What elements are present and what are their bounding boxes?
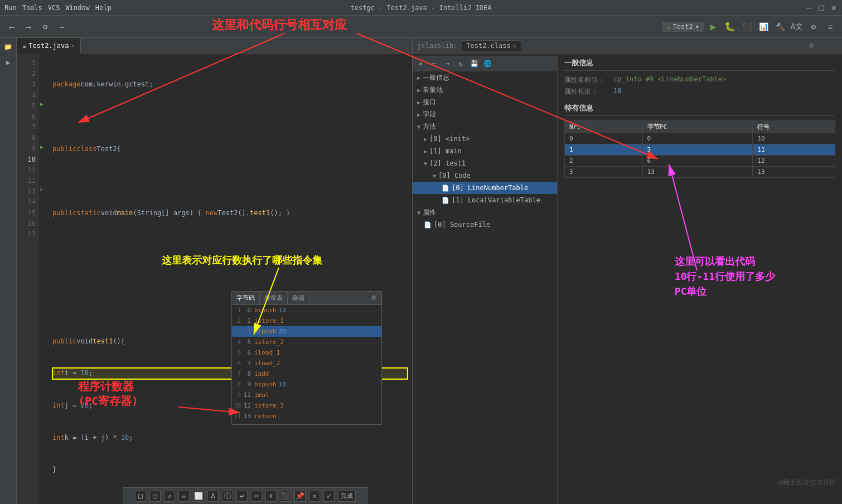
tool-close[interactable]: ✕ — [309, 491, 320, 502]
tab-exceptions[interactable]: 异常表 — [260, 292, 288, 305]
run-configuration[interactable]: ☕ Test2 ▾ — [662, 22, 704, 32]
tool-pin[interactable]: 📌 — [294, 491, 306, 502]
toolbar-profile[interactable]: 📊 — [756, 20, 771, 34]
menu-run[interactable]: Run — [4, 4, 17, 12]
tree-general[interactable]: ▶ 一般信息 — [413, 71, 557, 84]
tool-scissors[interactable]: ✂ — [251, 491, 262, 502]
tree-init[interactable]: ▶ [0] <init> — [413, 133, 557, 145]
tree-lnt-label: [0] LineNumberTable — [452, 184, 528, 192]
tab-bytecode[interactable]: 字节码 — [232, 292, 260, 305]
toolbar-more[interactable]: ≡ — [823, 20, 838, 34]
tree-methods-label: 方法 — [423, 122, 436, 132]
bc-off: 3 — [243, 327, 254, 337]
tree-attributes[interactable]: ▼ 属性 — [413, 206, 557, 219]
jclasslib-collapse[interactable]: — — [823, 38, 838, 53]
jclasslib-settings[interactable]: ⚙ — [804, 38, 819, 53]
tab-close-button[interactable]: ✕ — [71, 42, 74, 49]
ln-17: 17 — [17, 229, 39, 240]
bc-row-7: 7 8 iadd — [232, 369, 381, 379]
jclasslib-tab-close[interactable]: ✕ — [513, 43, 516, 49]
table-row[interactable]: 3 13 13 — [565, 167, 835, 178]
tool-circle[interactable]: ○ — [149, 491, 161, 502]
close-button[interactable]: ✕ — [830, 4, 838, 12]
toolbar-build[interactable]: 🔨 — [773, 20, 787, 34]
jclasslib-tab-test2[interactable]: Test2.class ✕ — [462, 40, 521, 51]
run-button[interactable]: ▶ — [706, 20, 720, 34]
window-title: testgc - Test2.java - IntelliJ IDEA — [351, 4, 492, 12]
tree-main[interactable]: ▶ [1] main — [413, 145, 557, 157]
tree-sourcefile[interactable]: 📄 [0] SourceFile — [413, 219, 557, 231]
tree-fields-label: 字段 — [423, 110, 436, 119]
tool-download[interactable]: ⬇ — [265, 491, 277, 502]
tree-fields[interactable]: ▶ 字段 — [413, 108, 557, 120]
editor-tab-test2[interactable]: ☕ Test2.java ✕ — [17, 38, 81, 54]
sidebar-run[interactable]: ▶ — [2, 56, 15, 69]
tree-test1[interactable]: ▼ [2] test1 — [413, 157, 557, 169]
bc-close[interactable]: 杂 — [367, 292, 381, 305]
menu-tools[interactable]: Tools — [22, 4, 42, 12]
run-config-dropdown[interactable]: ▾ — [695, 23, 699, 31]
tree-constant-pool[interactable]: ▶ 常量池 — [413, 84, 557, 96]
tool-arrow[interactable]: ↗ — [164, 491, 175, 502]
tree-cp-label: 常量池 — [423, 85, 443, 95]
tree-prev[interactable]: ← — [428, 58, 439, 69]
arrow-icon: ▼ — [433, 173, 436, 179]
jclasslib-tree: ✕ ← → ↻ 💾 🌐 ▶ 一般信息 ▶ 常量池 ▶ 接口 — [413, 54, 558, 504]
th-line: 行号 — [753, 121, 835, 133]
table-row[interactable]: 0 0 10 — [565, 133, 835, 144]
table-row-selected[interactable]: 1 3 11 — [565, 144, 835, 156]
toolbar-collapse[interactable]: — — [55, 20, 69, 34]
menu-window[interactable]: Window — [66, 4, 90, 12]
sidebar-project[interactable]: 📁 — [2, 40, 15, 54]
window-controls[interactable]: — □ ✕ — [805, 4, 838, 12]
toolbar-settings[interactable]: ⚙ — [38, 20, 52, 34]
tool-save[interactable]: ⬛ — [280, 491, 291, 502]
tool-done[interactable]: 完成 — [338, 491, 356, 502]
code-editor: 1 2 3 4 5 6 7 8 9 10 11 12 13 14 15 16 1… — [17, 54, 412, 504]
translate-icon[interactable]: A文 — [790, 20, 804, 34]
file-icon: 📄 — [442, 185, 449, 192]
tool-check[interactable]: ✓ — [323, 491, 335, 502]
td-line: 13 — [753, 167, 835, 178]
tool-select[interactable]: ⬜ — [193, 491, 204, 502]
code-content[interactable]: package com.kerwin.gctest; public class … — [48, 54, 412, 504]
table-row[interactable]: 2 6 12 — [565, 156, 835, 167]
tree-code[interactable]: ▼ [0] Code — [413, 169, 557, 182]
toolbar-forward[interactable]: ⟶ — [21, 20, 36, 34]
tool-text[interactable]: A — [207, 491, 219, 502]
tool-rect[interactable]: □ — [135, 491, 146, 502]
tree-general-label: 一般信息 — [423, 73, 449, 83]
detail-attr-name-value[interactable]: cp_info #9 <LineNumberTable> — [613, 75, 726, 85]
tool-pen[interactable]: ✏ — [178, 491, 190, 502]
minimize-button[interactable]: — — [805, 4, 813, 12]
bc-ln: 7 — [232, 370, 243, 379]
tree-back[interactable]: ✕ — [415, 58, 426, 69]
tree-line-number-table[interactable]: 📄 [0] LineNumberTable — [413, 182, 557, 194]
detail-table: Nr. 字节PC 行号 0 0 10 — [564, 120, 835, 178]
tree-attr-label: 属性 — [423, 208, 436, 217]
debug-button[interactable]: 🐛 — [723, 20, 737, 34]
arrow-icon: ▶ — [424, 136, 427, 142]
maximize-button[interactable]: □ — [817, 4, 825, 12]
tab-misc[interactable]: 杂项 — [288, 292, 309, 305]
tool-info[interactable]: ⓘ — [222, 491, 233, 502]
main-toolbar: ⟵ ⟶ ⚙ — ☕ Test2 ▾ ▶ 🐛 ⬛ 📊 🔨 A文 ⚙ ≡ — [0, 16, 842, 38]
td-pc: 13 — [642, 167, 753, 178]
tree-refresh[interactable]: ↻ — [455, 58, 466, 69]
bc-row-1: 1 0 bipush 10 — [232, 305, 381, 316]
menu-help[interactable]: Help — [95, 4, 112, 12]
ln-5: 5 — [17, 101, 39, 112]
tree-web[interactable]: 🌐 — [482, 58, 493, 69]
tree-methods[interactable]: ▼ 方法 — [413, 120, 557, 133]
menu-bar[interactable]: Run Tools VCS Window Help — [4, 4, 112, 12]
tree-next[interactable]: → — [442, 58, 453, 69]
toolbar-coverage[interactable]: ⬛ — [739, 20, 754, 34]
toolbar-back[interactable]: ⟵ — [4, 20, 19, 34]
toolbar-settings2[interactable]: ⚙ — [806, 20, 821, 34]
tree-save[interactable]: 💾 — [468, 58, 480, 69]
tool-undo[interactable]: ↩ — [236, 491, 248, 502]
arrow-icon: ▶ — [424, 148, 427, 154]
menu-vcs[interactable]: VCS — [48, 4, 60, 12]
tree-interface[interactable]: ▶ 接口 — [413, 96, 557, 108]
tree-local-variable-table[interactable]: 📄 [1] LocalVariableTable — [413, 194, 557, 206]
